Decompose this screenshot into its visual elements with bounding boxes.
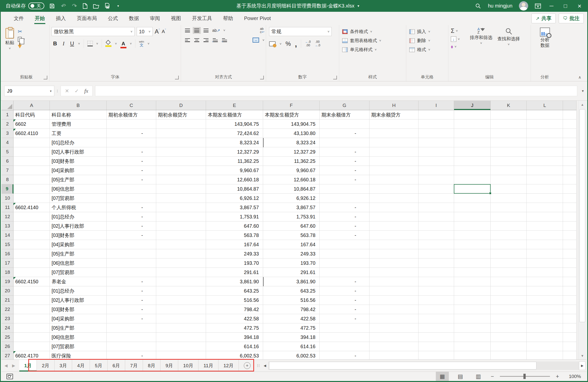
sort-filter-button[interactable]: AZ 排序和筛选 ˅ <box>467 27 495 74</box>
grid-cell[interactable] <box>156 268 206 277</box>
column-header-F[interactable]: F <box>263 101 320 110</box>
phonetic-guide-icon[interactable]: wén 文 <box>139 40 144 47</box>
grid-cell[interactable] <box>454 249 491 259</box>
grid-cell[interactable] <box>156 296 206 305</box>
grid-cell[interactable]: 3,861.90 <box>206 277 263 286</box>
grid-cell[interactable] <box>156 138 206 147</box>
grid-cell[interactable]: - <box>107 351 156 359</box>
row-header-19[interactable]: 19 <box>2 277 14 286</box>
grid-cell[interactable] <box>491 184 527 194</box>
minimize-button[interactable]: ─ <box>548 3 555 9</box>
comments-button[interactable]: 🗨 批注 <box>559 14 584 23</box>
grid-cell[interactable] <box>563 119 576 129</box>
grid-cell[interactable]: 472.75 <box>263 323 320 333</box>
scroll-up-icon[interactable]: ▲ <box>578 101 586 108</box>
sheet-tab-3月[interactable]: 3月 <box>55 360 72 371</box>
grid-cell[interactable] <box>14 231 50 240</box>
grid-cell[interactable]: - <box>107 203 156 212</box>
grid-cell[interactable] <box>491 110 527 119</box>
grid-cell[interactable] <box>454 147 491 157</box>
row-header-16[interactable]: 16 <box>2 249 14 259</box>
paste-button[interactable]: 粘贴 ˅ <box>5 27 14 74</box>
sheet-tab-11月[interactable]: 11月 <box>199 360 219 371</box>
redo-icon[interactable]: ↷˅ <box>71 3 77 9</box>
grid-cell[interactable] <box>156 314 206 323</box>
grid-cell[interactable] <box>419 314 454 323</box>
row-header-11[interactable]: 11 <box>2 203 14 212</box>
column-header-L[interactable]: L <box>527 101 563 110</box>
column-header-G[interactable]: G <box>320 101 369 110</box>
grid-cell[interactable] <box>563 212 576 221</box>
zoom-out-icon[interactable]: − <box>490 373 495 380</box>
grid-cell[interactable]: - <box>320 305 369 314</box>
font-color-icon[interactable]: A <box>120 41 126 47</box>
grid-cell[interactable]: - <box>107 147 156 157</box>
comma-style-icon[interactable]: , <box>295 42 297 46</box>
grid-cell[interactable] <box>369 221 419 231</box>
grid-cell[interactable] <box>369 351 419 359</box>
grid-cell[interactable]: 期末余额贷方 <box>369 110 419 119</box>
new-sheet-button[interactable]: + <box>239 360 256 371</box>
grid-cell[interactable] <box>419 277 454 286</box>
grid-cell[interactable] <box>320 342 369 351</box>
grid-cell[interactable]: [02]人事行政部 <box>50 147 107 157</box>
grid-cell[interactable]: [03]财务部 <box>50 231 107 240</box>
grid-cell[interactable]: - <box>107 296 156 305</box>
column-header-B[interactable]: B <box>50 101 107 110</box>
grid-cell[interactable]: 6,002.53 <box>206 351 263 359</box>
grid-cell[interactable]: - <box>320 166 369 175</box>
row-header-18[interactable]: 18 <box>2 268 14 277</box>
align-top-icon[interactable] <box>184 28 190 33</box>
column-header-K[interactable]: K <box>491 101 527 110</box>
grid-cell[interactable]: - <box>107 231 156 240</box>
grid-cell[interactable] <box>491 147 527 157</box>
grid-cell[interactable] <box>107 184 156 194</box>
grid-cell[interactable]: 管理费用 <box>50 119 107 129</box>
grid-cell[interactable] <box>454 342 491 351</box>
row-header-6[interactable]: 6 <box>2 157 14 166</box>
grid-cell[interactable] <box>563 138 576 147</box>
grid-cell[interactable]: 291.61 <box>206 268 263 277</box>
grid-cell[interactable] <box>454 333 491 342</box>
grid-cell[interactable]: [05]生产部 <box>50 249 107 259</box>
grid-cell[interactable] <box>419 221 454 231</box>
grid-cell[interactable] <box>419 268 454 277</box>
grid-cell[interactable] <box>107 119 156 129</box>
sheet-tab-9月[interactable]: 9月 <box>160 360 178 371</box>
grid-cell[interactable]: - <box>320 351 369 359</box>
grid-cell[interactable]: - <box>107 166 156 175</box>
ribbon-tab-数据[interactable]: 数据 <box>123 12 144 25</box>
grid-cell[interactable] <box>454 194 491 203</box>
workbook-statistics-icon[interactable] <box>7 374 13 379</box>
grid-cell[interactable]: 个人所得税 <box>50 203 107 212</box>
grid-cell[interactable] <box>419 305 454 314</box>
grid-cell[interactable] <box>563 259 576 268</box>
grid-cell[interactable] <box>454 119 491 129</box>
grid-cell[interactable] <box>419 231 454 240</box>
cut-button[interactable]: ✂ <box>18 29 25 35</box>
grid-cell[interactable]: 期初余额借方 <box>107 110 156 119</box>
ribbon-display-options-icon[interactable] <box>535 3 541 9</box>
grid-cell[interactable] <box>527 259 563 268</box>
grid-cell[interactable]: 9,960.67 <box>206 166 263 175</box>
grid-cell[interactable]: - <box>107 129 156 138</box>
page-break-view-button[interactable]: ▥ <box>472 372 485 381</box>
grid-cell[interactable]: 516.56 <box>263 296 320 305</box>
format-painter-button[interactable] <box>18 45 22 48</box>
grid-cell[interactable] <box>454 305 491 314</box>
grid-cell[interactable]: 798.42 <box>206 305 263 314</box>
grid-cell[interactable] <box>454 175 491 184</box>
grid-cell[interactable]: 6602.4110 <box>14 129 50 138</box>
grid-cell[interactable]: 6602.4170 <box>14 351 50 359</box>
grid-cell[interactable] <box>419 259 454 268</box>
grid-cell[interactable] <box>369 129 419 138</box>
grid-cell[interactable] <box>369 119 419 129</box>
row-header-7[interactable]: 7 <box>2 166 14 175</box>
quick-print-icon[interactable] <box>104 3 110 9</box>
grid-cell[interactable]: 643.25 <box>206 286 263 296</box>
grid-cell[interactable] <box>419 166 454 175</box>
grid-cell[interactable] <box>369 194 419 203</box>
grid-cell[interactable]: 143,904.75 <box>206 119 263 129</box>
zoom-in-icon[interactable]: + <box>555 373 560 380</box>
grid-cell[interactable] <box>369 333 419 342</box>
